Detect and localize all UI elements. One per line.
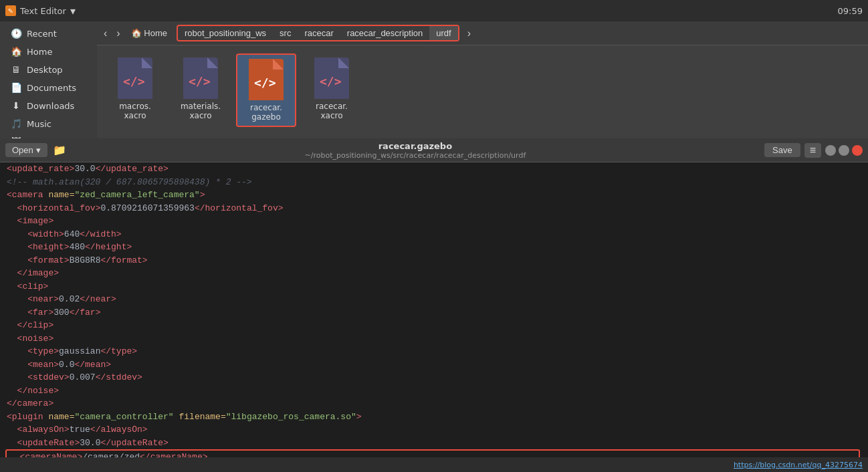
code-line: <height>480</height> [5,241,863,254]
editor-title-left: Open ▾ 📁 [5,143,66,157]
code-line: </clip> [5,319,863,332]
sidebar-label-recent: Recent [27,29,57,39]
more-button[interactable]: › [463,26,475,41]
file-grid: </> macros. xacro </> materials. xacro [97,45,868,138]
status-url[interactable]: https://blog.csdn.net/qq_43275674 [734,461,863,469]
code-line: <mean>0.0</mean> [5,358,863,372]
app-title-dropdown[interactable]: ▾ [70,5,76,17]
file-label-racecar-gazebo: racecar. gazebo [241,103,291,122]
forward-button[interactable]: › [112,26,124,41]
save-button[interactable]: Save [764,143,800,157]
open-button[interactable]: Open ▾ [5,143,47,157]
title-bar: ✎ Text Editor ▾ 09:59 [0,0,868,21]
code-line: <stddev>0.007</stddev> [5,371,863,384]
documents-icon: 📄 [11,82,21,93]
code-line: </image> [5,267,863,280]
file-label-racecar-xacro: racecar. xacro [306,102,358,120]
code-line: <width>640</width> [5,228,863,241]
file-icon-macros: </> [118,57,152,99]
svg-text:</>: </> [254,76,276,90]
downloads-icon: ⬇ [11,100,21,111]
file-item-racecar-gazebo[interactable]: </> racecar. gazebo [236,53,296,127]
close-button[interactable] [852,145,863,156]
code-line: <horizontal_fov>0.8709216071359963</hori… [5,202,863,215]
code-line: <updateRate>30.0</updateRate> [5,437,863,450]
sidebar-item-desktop[interactable]: 🖥 Desktop [3,61,94,78]
minimize-button[interactable] [825,145,836,156]
status-bar: https://blog.csdn.net/qq_43275674 [0,457,868,472]
path-tab-racecar-desc[interactable]: racecar_description [340,26,429,40]
code-line: <far>300</far> [5,306,863,320]
code-line: <format>B8G8R8</format> [5,254,863,267]
editor-title-center: racecar.gazebo ~/robot_positioning_ws/sr… [305,141,526,160]
breadcrumb-home[interactable]: 🏠 Home [126,26,173,40]
sidebar-label-music: Music [27,119,51,129]
editor-title-bar: Open ▾ 📁 racecar.gazebo ~/robot_position… [0,138,868,162]
sidebar: 🕐 Recent 🏠 Home 🖥 Desktop 📄 Documents ⬇ … [0,21,97,138]
code-line: <clip> [5,280,863,293]
file-item-macros[interactable]: </> macros. xacro [105,53,165,127]
file-icon-racecar-gazebo: </> [249,59,284,100]
title-display: 09:59 [838,6,863,16]
sidebar-item-documents[interactable]: 📄 Documents [3,79,94,96]
code-line-cameraname: <cameraName>/camera/zed</cameraName> [8,451,857,457]
editor-filename: racecar.gazebo [378,141,452,151]
sidebar-label-home: Home [27,47,52,57]
file-icon-materials: </> [183,57,218,99]
path-tab-robot[interactable]: robot_positioning_ws [178,26,273,40]
back-button[interactable]: ‹ [100,26,111,41]
app-title: Text Editor [20,6,66,16]
code-line: <noise> [5,332,863,346]
code-line: <near>0.02</near> [5,293,863,306]
editor-content[interactable]: <update_rate>30.0</update_rate> <!-- mat… [0,162,868,457]
code-line: <camera name="zed_camera_left_camera"> [5,189,863,202]
code-line: <update_rate>30.0</update_rate> [5,162,863,176]
path-tab-racecar[interactable]: racecar [298,26,340,40]
svg-text:</>: </> [123,74,145,88]
file-browse-button[interactable]: 📁 [53,144,66,156]
open-dropdown-icon: ▾ [36,145,41,155]
path-tabs: robot_positioning_ws src racecar racecar… [177,25,459,41]
music-icon: 🎵 [11,118,21,129]
file-chooser: 🕐 Recent 🏠 Home 🖥 Desktop 📄 Documents ⬇ … [0,21,868,138]
open-label: Open [12,145,33,155]
app-icon: ✎ [5,5,16,16]
sidebar-label-documents: Documents [27,83,76,93]
desktop-icon: 🖥 [11,64,21,75]
path-tab-urdf[interactable]: urdf [429,26,457,40]
breadcrumb-bar: ‹ › 🏠 Home robot_positioning_ws src race… [97,21,868,45]
file-chooser-main: ‹ › 🏠 Home robot_positioning_ws src race… [97,21,868,138]
editor-path: ~/robot_positioning_ws/src/racecar/racec… [305,151,526,160]
code-line: </noise> [5,384,863,398]
sidebar-item-downloads[interactable]: ⬇ Downloads [3,97,94,114]
svg-text:</>: </> [320,74,342,88]
file-item-racecar-xacro[interactable]: </> racecar. xacro [302,53,362,127]
highlighted-code-block: <cameraName>/camera/zed</cameraName> <im… [5,449,860,457]
sidebar-item-home[interactable]: 🏠 Home [3,43,94,60]
editor-window: Open ▾ 📁 racecar.gazebo ~/robot_position… [0,138,868,457]
sidebar-item-music[interactable]: 🎵 Music [3,115,94,132]
svg-text:</>: </> [189,74,211,88]
editor-title-right: Save ≡ [764,143,863,158]
menu-button[interactable]: ≡ [804,143,821,158]
file-icon-racecar-xacro: </> [314,57,349,99]
file-label-macros: macros. xacro [109,102,161,120]
sidebar-item-recent[interactable]: 🕐 Recent [3,25,94,42]
file-label-materials: materials. xacro [175,102,227,120]
code-line: </camera> [5,397,863,410]
code-line: <plugin name="camera_controller" filenam… [5,410,863,424]
path-tab-src[interactable]: src [273,26,298,40]
code-line: <alwaysOn>true</alwaysOn> [5,423,863,437]
code-line: <type>gaussian</type> [5,345,863,358]
code-line: <!-- math.atan(320 / 687.8065795898438) … [5,176,863,189]
maximize-button[interactable] [839,145,849,156]
code-line: <image> [5,215,863,228]
sidebar-label-desktop: Desktop [27,65,63,75]
home-icon: 🏠 [11,46,21,57]
file-item-materials[interactable]: </> materials. xacro [171,53,231,127]
title-bar-left: ✎ Text Editor ▾ [5,5,76,17]
window-controls [825,145,863,156]
sidebar-label-downloads: Downloads [27,101,74,111]
recent-icon: 🕐 [11,28,21,39]
